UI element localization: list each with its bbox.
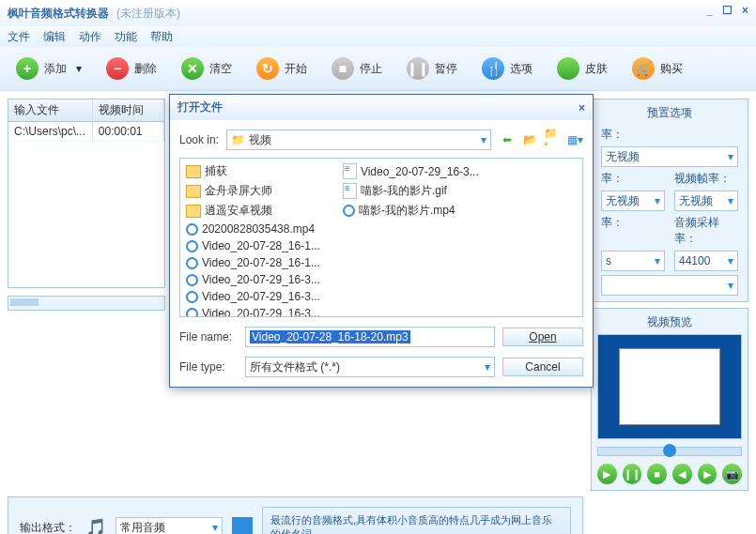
close-button[interactable]: × (742, 4, 748, 17)
delete-button[interactable]: −删除 (98, 53, 165, 84)
music-icon: 🎵 (85, 517, 106, 534)
video-bitrate-combo[interactable]: 无视频 (601, 146, 738, 167)
media-icon (186, 308, 198, 318)
next-icon[interactable]: ▶ (698, 464, 717, 484)
horizontal-scrollbar[interactable] (8, 296, 165, 311)
col-video-time[interactable]: 视频时间 (93, 99, 164, 121)
menu-编辑[interactable]: 编辑 (43, 29, 66, 45)
output-format-label: 输出格式： (20, 520, 76, 535)
delete-icon: − (106, 57, 129, 80)
clear-button[interactable]: ✕清空 (173, 53, 240, 84)
file-list[interactable]: 捕获金舟录屏大师逍遥安卓视频20200828035438.mp4Video_20… (179, 158, 583, 317)
format-description: 最流行的音频格式,具有体积小音质高的特点几乎成为网上音乐的代名词 (262, 507, 571, 534)
folder-item[interactable]: 金舟录屏大师 (184, 182, 322, 200)
stop-button[interactable]: ■停止 (323, 53, 391, 84)
video-size-combo[interactable]: 无视频 (601, 191, 665, 211)
file-item[interactable]: Video_20-07-29_16-3... (184, 272, 322, 287)
file-item[interactable]: Video_20-07-28_16-1... (184, 238, 322, 253)
folder-item[interactable]: 逍遥安卓视频 (184, 202, 322, 220)
audio-bitrate-combo[interactable]: s (601, 251, 665, 271)
extra-combo[interactable] (601, 275, 738, 296)
file-item[interactable]: Video_20-07-29_16-3... (184, 289, 322, 304)
file-icon (343, 205, 355, 217)
buy-button[interactable]: 🛒购买 (624, 53, 691, 84)
file-item[interactable]: 喵影-我的影片.mp4 (341, 202, 481, 220)
input-table[interactable]: 输入文件 视频时间 C:\Users\pc\... 00:00:01 (8, 99, 165, 288)
pause-icon: ❙❙ (407, 57, 429, 80)
options-button[interactable]: 🍴选项 (473, 53, 541, 84)
lookin-combo[interactable]: 📁 视频 (226, 130, 491, 150)
cancel-button[interactable]: Cancel (502, 358, 583, 376)
open-button[interactable]: Open (502, 328, 583, 346)
preview-panel: 视频预览 ▶ ❙❙ ■ ◀ ▶ 📷 (591, 308, 748, 491)
stop-icon: ■ (332, 57, 354, 80)
filename-label: File name: (179, 330, 238, 343)
folder-icon (186, 165, 201, 178)
col-input-file[interactable]: 输入文件 (8, 99, 93, 121)
audio-samplerate-combo[interactable]: 44100 (674, 251, 738, 271)
clear-icon: ✕ (181, 57, 204, 80)
options-icon: 🍴 (482, 57, 504, 80)
preview-image (597, 334, 742, 439)
skin-icon (557, 57, 579, 80)
file-item[interactable]: Video_20-07-29_16-3... (184, 306, 322, 317)
file-icon (343, 183, 357, 199)
add-button[interactable]: +添加▾ (8, 53, 90, 84)
open-file-dialog: 打开文件 × Look in: 📁 视频 ⬅ 📂 📁* ▦▾ 捕获金舟录屏大师逍… (169, 94, 594, 388)
output-format-combo[interactable]: 常用音频 (116, 517, 223, 534)
prev-icon[interactable]: ◀ (672, 464, 692, 484)
view-mode-icon[interactable]: ▦▾ (566, 131, 583, 148)
menu-动作[interactable]: 动作 (79, 29, 101, 45)
lookin-label: Look in: (179, 133, 219, 146)
preview-slider[interactable] (597, 447, 742, 456)
video-fps-combo[interactable]: 无视频 (674, 191, 738, 211)
maximize-button[interactable]: ☐ (722, 4, 733, 17)
menu-功能[interactable]: 功能 (115, 29, 137, 45)
media-icon (186, 274, 198, 286)
dialog-close-button[interactable]: × (579, 101, 585, 114)
skin-button[interactable]: 皮肤 (548, 53, 616, 84)
back-icon[interactable]: ⬅ (499, 131, 516, 148)
dropdown-icon[interactable]: ▾ (76, 62, 82, 75)
pause-button[interactable]: ❙❙暂停 (398, 53, 466, 84)
convert-icon (232, 517, 253, 534)
folder-item[interactable]: 捕获 (184, 162, 322, 180)
preset-title: 预置选项 (601, 105, 738, 121)
start-button[interactable]: ↻开始 (248, 53, 316, 84)
folder-icon (186, 205, 201, 218)
stop-icon[interactable]: ■ (647, 464, 667, 484)
snapshot-icon[interactable]: 📷 (722, 464, 742, 484)
menu-帮助[interactable]: 帮助 (150, 29, 173, 45)
media-icon (186, 223, 198, 236)
buy-icon: 🛒 (632, 57, 655, 80)
play-icon[interactable]: ▶ (597, 464, 617, 484)
toolbar: +添加▾−删除✕清空↻开始■停止❙❙暂停🍴选项皮肤🛒购买 (0, 47, 756, 91)
media-icon (186, 240, 198, 252)
menu-文件[interactable]: 文件 (8, 29, 30, 45)
folder-icon: 📁 (231, 133, 245, 146)
dialog-title: 打开文件 (177, 99, 223, 115)
table-row[interactable]: C:\Users\pc\... 00:00:01 (8, 122, 164, 142)
file-item[interactable]: Video_20-07-29_16-3... (341, 162, 481, 180)
folder-icon (186, 185, 201, 198)
media-icon (186, 257, 198, 269)
file-icon (343, 163, 357, 179)
preview-title: 视频预览 (597, 314, 742, 330)
menu-bar: 文件编辑动作功能帮助 (0, 26, 756, 47)
start-icon: ↻ (256, 57, 279, 80)
app-subtitle: (未注册版本) (116, 6, 180, 22)
file-item[interactable]: 20200828035438.mp4 (184, 221, 322, 236)
minimize-button[interactable]: _ (706, 4, 713, 17)
filename-input[interactable]: Video_20-07-28_16-18-20.mp3 (245, 327, 495, 347)
preset-panel: 预置选项 率： 无视频 率： 视频帧率： 无视频 无视频 率： 音频采样率： s… (591, 99, 748, 302)
new-folder-icon[interactable]: 📁* (544, 131, 561, 148)
output-panel: 输出格式： 🎵 常用音频 最流行的音频格式,具有体积小音质高的特点几乎成为网上音… (8, 496, 583, 534)
media-icon (186, 291, 198, 303)
title-bar: 枫叶音频格式转换器 (未注册版本) _ ☐ × (0, 0, 756, 26)
file-item[interactable]: Video_20-07-28_16-1... (184, 255, 322, 270)
filetype-combo[interactable]: 所有文件格式 (*.*) (245, 357, 495, 377)
pause-icon[interactable]: ❙❙ (623, 464, 642, 484)
file-item[interactable]: 喵影-我的影片.gif (341, 182, 481, 200)
up-icon[interactable]: 📂 (521, 131, 538, 148)
add-icon: + (16, 57, 39, 80)
